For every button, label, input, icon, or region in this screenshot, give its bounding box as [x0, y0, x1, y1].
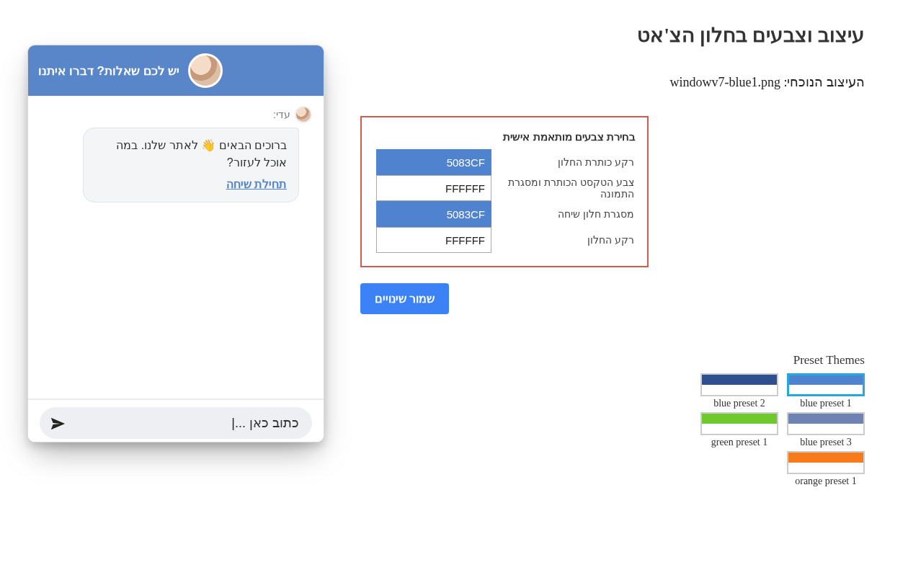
preset-swatch[interactable] — [700, 412, 778, 435]
color-row-label: רקע החלון — [491, 234, 636, 246]
chat-body: עדי: ברוכים הבאים 👋 לאתר שלנו. במה אוכל … — [28, 96, 324, 398]
preset-item: blue preset 2 — [700, 373, 778, 409]
color-row-label: רקע כותרת החלון — [491, 156, 636, 168]
current-design-line: העיצוב הנוכחי: windowv7-blue1.png — [360, 74, 865, 90]
color-value-input[interactable]: FFFFFF — [376, 175, 491, 201]
page-title: עיצוב וצבעים בחלון הצ'אט — [360, 23, 865, 47]
save-button[interactable]: שמור שינויים — [360, 283, 449, 314]
chat-author-name: עדי: — [273, 109, 290, 120]
settings-column: עיצוב וצבעים בחלון הצ'אט העיצוב הנוכחי: … — [360, 23, 865, 314]
preset-label: blue preset 2 — [700, 398, 778, 409]
preset-themes-section: Preset Themes blue preset 2blue preset 1… — [577, 353, 865, 487]
preset-label: blue preset 3 — [787, 437, 865, 448]
color-row: צבע הטקסט הכותרת ומסגרת התמונהFFFFFF — [373, 175, 636, 201]
preset-label: blue preset 1 — [787, 398, 865, 409]
preset-swatch[interactable] — [787, 373, 865, 396]
chat-input[interactable]: כתוב כאן ... | — [40, 407, 312, 439]
preset-swatch[interactable] — [787, 451, 865, 474]
preset-item: orange preset 1 — [787, 451, 865, 487]
color-value-input[interactable]: FFFFFF — [376, 227, 491, 253]
current-design-label: העיצוב הנוכחי: — [783, 75, 865, 89]
color-value-input[interactable]: 5083CF — [376, 201, 491, 227]
avatar-small-icon — [295, 106, 312, 123]
color-row: רקע החלוןFFFFFF — [373, 227, 636, 253]
caret-icon: | — [231, 416, 235, 431]
color-row-label: מסגרת חלון שיחה — [491, 208, 636, 220]
chat-message-text: ברוכים הבאים 👋 לאתר שלנו. במה אוכל לעזור… — [116, 139, 287, 169]
chat-message-bubble: ברוכים הבאים 👋 לאתר שלנו. במה אוכל לעזור… — [83, 128, 299, 202]
preset-item: green preset 1 — [700, 412, 778, 448]
color-value-input[interactable]: 5083CF — [376, 149, 491, 175]
color-settings-heading: בחירת צבעים מותאמת אישית — [373, 130, 636, 143]
color-settings-box: בחירת צבעים מותאמת אישית רקע כותרת החלון… — [360, 116, 649, 267]
preset-label: orange preset 1 — [787, 476, 865, 487]
preset-swatch[interactable] — [700, 373, 778, 396]
preset-themes-title: Preset Themes — [577, 353, 865, 368]
chat-header: יש לכם שאלות? דברו איתנו — [28, 45, 324, 96]
avatar-icon — [188, 53, 223, 88]
chat-input-placeholder: כתוב כאן ... — [235, 415, 299, 431]
color-row: מסגרת חלון שיחה5083CF — [373, 201, 636, 227]
preset-label: green preset 1 — [700, 437, 778, 448]
chat-author-row: עדי: — [40, 106, 312, 123]
start-chat-link[interactable]: תחילת שיחה — [226, 176, 287, 193]
preset-swatch[interactable] — [787, 412, 865, 435]
current-design-value: windowv7-blue1.png — [670, 75, 780, 89]
color-row-label: צבע הטקסט הכותרת ומסגרת התמונה — [491, 177, 636, 200]
preset-item: blue preset 3 — [787, 412, 865, 448]
chat-header-title: יש לכם שאלות? דברו איתנו — [38, 63, 179, 79]
send-icon[interactable] — [50, 416, 66, 432]
color-row: רקע כותרת החלון5083CF — [373, 149, 636, 175]
page-root: עיצוב וצבעים בחלון הצ'אט העיצוב הנוכחי: … — [0, 0, 908, 588]
chat-footer: Chat⚡VS ♿ — [40, 439, 312, 442]
chat-input-area: כתוב כאן ... | Chat⚡VS ♿ — [28, 398, 324, 442]
chat-window-preview: יש לכם שאלות? דברו איתנו עדי: ברוכים הבא… — [27, 45, 324, 442]
preset-item: blue preset 1 — [787, 373, 865, 409]
